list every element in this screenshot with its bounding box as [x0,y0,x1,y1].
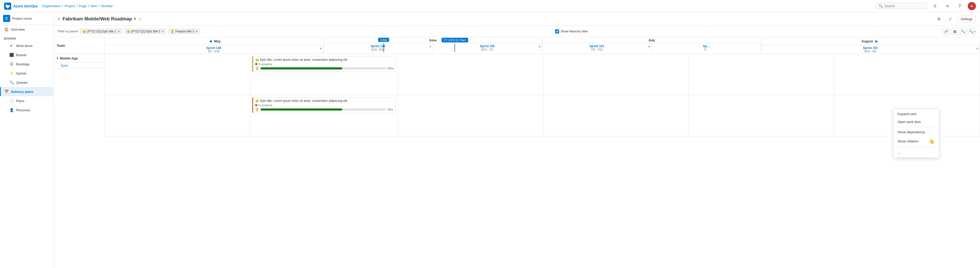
search-box[interactable]: 🔍 [876,3,927,9]
breadcrumb-item[interactable]: Item [91,4,97,8]
hierarchy-label: Show hiearchy view [561,30,588,33]
context-menu-show-dependency[interactable]: Show dependency [894,128,939,136]
breadcrumb-page[interactable]: Page [79,4,86,8]
sprint-150-name: Sprint 150 [434,45,540,48]
cursor-hand-icon: 👆 [928,138,935,144]
hierarchy-checkbox[interactable] [555,29,559,34]
sprint-149-add[interactable]: + [429,45,431,49]
top-navigation: Azure DevOps Organization / Project / Pa… [0,0,980,12]
grid-icon-btn[interactable]: ▦ [951,28,959,35]
boards-section-label: Boards [4,37,16,40]
sidebar-project[interactable]: C Project name [0,12,53,25]
status-dot-2 [255,104,257,106]
hierarchy-toggle[interactable]: Show hiearchy view [555,29,588,34]
zoom-in-btn[interactable]: 🔍+ [969,28,976,35]
filter-tag-3-close[interactable]: × [196,29,198,34]
settings-button[interactable]: Settings [957,16,976,22]
sidebar-item-sprints[interactable]: ⚡ Sprints [0,69,53,78]
context-menu-open-work-item[interactable]: Open work item [894,118,939,126]
filter-tag-epic2[interactable]: 👑 [FY22 Q1] Epic title 2 × [124,29,166,34]
sprint-150-add[interactable]: + [538,45,541,49]
plans-icon: 📄 [9,98,14,104]
context-menu-divider [894,127,939,127]
store-icon-btn[interactable]: 🛍 [943,2,951,10]
sprint-148-add[interactable]: + [320,46,322,51]
work-card-1-progress: 🏆 65% [255,67,393,70]
sprint-153-add[interactable]: + [976,46,978,51]
july-152-content-cell [689,54,834,95]
filter-tag-epic1[interactable]: 👑 [FY22 Q1] Epic title 1 × [80,29,122,34]
breadcrumb-sep-1: / [62,4,63,8]
may-sprint-row: Sprint 148 5/2 - 5/20 + [105,45,323,54]
work-card-1-title: 👑 Epic title: Lorem ipsum dolor sit amet… [255,58,393,62]
breadcrumb-number[interactable]: Number [101,4,113,8]
list-icon-btn[interactable]: ☰ [931,2,939,10]
prev-month-btn[interactable]: ◀ [207,38,213,44]
breadcrumb-sep-3: / [88,4,89,8]
month-july-label: July [648,38,655,42]
sidebar-item-personas[interactable]: 👤 Personas [0,105,53,115]
may-content-cell [105,54,250,95]
sidebar-item-delivery-plans[interactable]: 📅 Delivery plans [0,87,53,96]
sidebar-queries-label: Queries [16,81,28,85]
sidebar-item-queries[interactable]: 🔍 Queries [0,78,53,87]
filter-tag-2-close[interactable]: × [162,29,164,34]
filter-tag-feature[interactable]: 🏆 Feature title 3 × [168,29,200,34]
epics-link[interactable]: Epics [61,64,68,67]
star-icon[interactable]: ☆ [138,17,142,21]
sprint-148-cell: Sprint 148 5/2 - 5/20 + [105,45,323,54]
team-expand-icon[interactable]: ▾ [57,56,59,60]
zoom-out-btn[interactable]: 🔍- [960,28,967,35]
filter-tag-2-label: [FY22 Q1] Epic title 2 [131,30,160,33]
next-month-btn[interactable]: ▶ [874,38,880,44]
breadcrumb-project[interactable]: Project [65,4,75,8]
search-input[interactable] [884,4,924,8]
timeline-area[interactable]: Team ◀ May Sprint 148 5/2 - 5/20 + [54,37,980,268]
sidebar-delivery-plans-label: Delivery plans [11,90,33,94]
filter-tag-1-close[interactable]: × [118,29,120,34]
sprint-151-add[interactable]: + [648,45,650,49]
fy2023-marker: FY 2023 Q1 Start [455,43,455,52]
work-card-2-status: In progress [255,104,393,107]
sprint-153-cell: Sprint 153 8/15 - 9/2 + [761,45,980,54]
page-header-actions: ⚙ ⤢ Settings [935,15,976,23]
sidebar-item-work-items[interactable]: ✔ Work items [0,41,53,50]
help-icon-btn[interactable]: ❓ [956,2,964,10]
month-june-label: June [429,38,437,42]
app-logo[interactable]: Azure DevOps [4,3,38,10]
sidebar-item-boards[interactable]: ⬛ Boards [0,50,53,59]
sprint-148-name: Sprint 148 [106,46,321,50]
team-name-label: Mobile App [60,56,78,60]
progress-pct-2: 65% [388,108,393,111]
work-card-2-title: 👑 Epic title: Lorem ipsum dolor sit amet… [255,99,393,103]
expand-icon[interactable]: ⤢ [946,15,954,23]
context-menu-expand-card[interactable]: Expand card [894,110,939,118]
work-card-1[interactable]: 👑 Epic title: Lorem ipsum dolor sit amet… [252,56,395,72]
sprint-149-name: Sprint 149 [325,45,431,48]
crown-icon-card2: 👑 [255,99,259,103]
sprint-152-dates: 7/... [653,48,759,51]
month-july: July Sprint 151 7/4 - 7/22 + Sp... 7/... [542,37,761,54]
breadcrumb: Organization / Project / Page / Item / N… [42,4,872,8]
user-avatar[interactable]: A [968,2,976,10]
breadcrumb-org[interactable]: Organization [42,4,61,8]
filter-icon[interactable]: ⚙ [935,15,943,23]
status-dot-1 [255,63,257,65]
context-menu-more[interactable]: ... [894,148,939,156]
context-menu-divider-2 [894,147,939,148]
work-card-2[interactable]: 👑 Epic title: Lorem ipsum dolor sit amet… [252,97,395,113]
context-menu: Expand card Open work item Show dependen… [893,109,939,158]
chevron-down-icon[interactable]: ▾ [134,17,136,21]
link-icon-btn[interactable]: 🔗 [943,28,950,35]
trophy-icon-card2: 🏆 [255,108,259,111]
sidebar-item-backlogs[interactable]: ☰ Backlogs [0,59,53,69]
page-title: Fabrikam Mobile/Web Roadmap ▾ [62,16,136,22]
card-menu-1[interactable]: ⋯ [390,66,394,71]
team-column-header: Team [54,37,105,54]
context-menu-show-children[interactable]: Show children 👆 [894,136,939,146]
sidebar-item-overview[interactable]: 🏠 Overview [0,25,53,34]
sprint-151-name: Sprint 151 [544,45,650,48]
sidebar-item-plans[interactable]: 📄 Plans [0,96,53,105]
search-icon: 🔍 [879,4,883,8]
august-153-content-cell [835,54,980,95]
